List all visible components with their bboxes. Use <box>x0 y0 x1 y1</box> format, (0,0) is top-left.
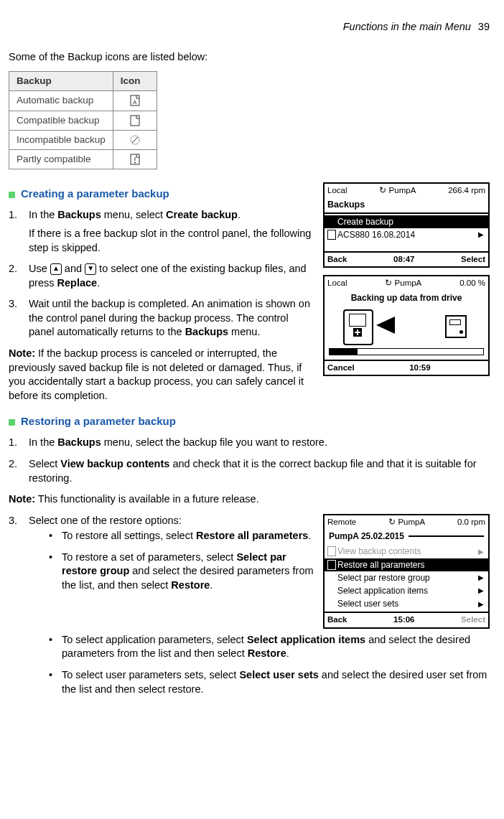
table-row: Partly compatible <box>9 150 157 169</box>
svg-point-7 <box>134 162 136 164</box>
lcd-backups-screen: Local ↻ PumpA 266.4 rpm Backups Create b… <box>323 182 490 268</box>
th-icon: Icon <box>113 72 157 91</box>
lcd-time: 10:59 <box>355 362 485 374</box>
lcd-title: PumpA 25.02.2015 <box>329 530 404 542</box>
restore-opt-4: To select user parameters sets, select S… <box>49 668 490 696</box>
table-row: Automatic backup A <box>9 91 157 111</box>
bullet-square-icon <box>9 192 15 198</box>
lcd-pump: PumpA <box>395 279 422 287</box>
progress-bar <box>329 348 484 355</box>
table-row: Compatible backup <box>9 111 157 130</box>
restore-opt-1: To restore all settings, select Restore … <box>49 529 314 543</box>
lcd-mode: Remote <box>327 517 356 528</box>
bullet-square-icon <box>9 419 15 426</box>
lcd-value: 0.00 % <box>459 278 485 289</box>
lcd-softkey-select[interactable]: Select <box>461 254 485 266</box>
lcd-pump: PumpA <box>398 518 425 526</box>
lcd-item-user-sets[interactable]: Select user sets▶ <box>325 597 488 610</box>
lcd-item-view-contents[interactable]: View backup contents▶ <box>325 545 488 558</box>
chevron-right-icon: ▶ <box>478 230 484 240</box>
lcd-softkey-back[interactable]: Back <box>327 614 347 626</box>
lcd-backing-up-screen: Local ↻ PumpA 0.00 % Backing up data fro… <box>323 275 490 376</box>
intro-text: Some of the Backup icons are listed belo… <box>9 50 490 65</box>
doc-blank-icon <box>130 115 140 126</box>
lcd-message: Backing up data from drive <box>325 291 488 306</box>
lcd-softkey-cancel[interactable]: Cancel <box>327 362 355 374</box>
lcd-item-app-items[interactable]: Select application items▶ <box>325 584 488 597</box>
lcd-pump: PumpA <box>389 186 416 195</box>
lcd-restore-screen: Remote ↻ PumpA 0.0 rpm PumpA 25.02.2015 … <box>323 514 490 629</box>
note-2: Note: This functionality is available in… <box>9 492 490 507</box>
svg-line-4 <box>132 137 138 143</box>
down-key-icon: ▼ <box>85 263 96 275</box>
step-1-note: If there is a free backup slot in the co… <box>29 227 314 255</box>
svg-text:A: A <box>133 99 137 106</box>
section-creating-backup: Creating a parameter backup <box>9 187 314 201</box>
step-1: In the Backups menu, select Create backu… <box>9 208 314 255</box>
doc-icon <box>327 560 336 570</box>
table-row: Incompatible backup <box>9 130 157 149</box>
doc-icon <box>327 546 336 556</box>
doc-icon <box>327 230 336 240</box>
table-header-row: Backup Icon <box>9 72 157 91</box>
lcd-mode: Local <box>327 185 347 197</box>
lcd-value: 0.0 rpm <box>457 517 485 528</box>
chevron-right-icon: ▶ <box>478 547 484 557</box>
lcd-time: 15:06 <box>347 614 462 626</box>
svg-rect-2 <box>131 116 139 126</box>
page-header: Functions in the main Menu39 <box>9 20 490 34</box>
chevron-right-icon: ▶ <box>478 599 484 609</box>
restore-step-3: Select one of the restore options: To re… <box>9 514 490 696</box>
cell-label: Partly compatible <box>9 150 113 169</box>
cell-label: Automatic backup <box>9 91 113 111</box>
lcd-softkey-select[interactable]: Select <box>461 614 485 626</box>
cell-label: Incompatible backup <box>9 130 113 149</box>
restore-step-2: Select View backup contents and check th… <box>9 457 490 485</box>
cell-label: Compatible backup <box>9 111 113 130</box>
chevron-right-icon: ▶ <box>478 586 484 596</box>
up-key-icon: ▲ <box>50 263 62 275</box>
restore-step-1: In the Backups menu, select the backup f… <box>9 436 490 450</box>
page-number: 39 <box>478 21 490 32</box>
restore-opt-2: To restore a set of parameters, select S… <box>49 551 314 593</box>
backup-icons-table: Backup Icon Automatic backup A Compatibl… <box>9 71 157 169</box>
lcd-item-restore-all[interactable]: Restore all parameters <box>325 558 488 571</box>
doc-exclaim-icon <box>130 154 140 165</box>
step-2: Use ▲ and ▼ to select one of the existin… <box>9 262 314 290</box>
chevron-right-icon: ▶ <box>478 573 484 583</box>
restore-opt-3: To select application parameters, select… <box>49 633 490 661</box>
drive-icon <box>445 315 467 338</box>
doc-crossed-icon <box>129 134 141 146</box>
lcd-item-backup-file[interactable]: ACS880 16.08.2014▶ <box>325 228 488 241</box>
step-3: Wait until the backup is completed. An a… <box>9 297 314 340</box>
lcd-mode: Local <box>327 278 347 289</box>
note-1: Note: If the backup process is canceled … <box>9 347 314 403</box>
th-backup: Backup <box>9 72 113 91</box>
lcd-softkey-back[interactable]: Back <box>327 254 347 266</box>
lcd-time: 08:47 <box>347 254 462 266</box>
lcd-title: Backups <box>325 198 488 214</box>
doc-a-icon: A <box>130 95 140 106</box>
lcd-item-create-backup[interactable]: Create backup <box>325 215 488 228</box>
arrow-left-icon <box>376 317 395 334</box>
section-restoring-backup: Restoring a parameter backup <box>9 414 490 429</box>
header-title: Functions in the main Menu <box>343 21 471 32</box>
lcd-value: 266.4 rpm <box>448 185 485 197</box>
panel-icon <box>343 309 373 345</box>
lcd-item-restore-group[interactable]: Select par restore group▶ <box>325 571 488 584</box>
